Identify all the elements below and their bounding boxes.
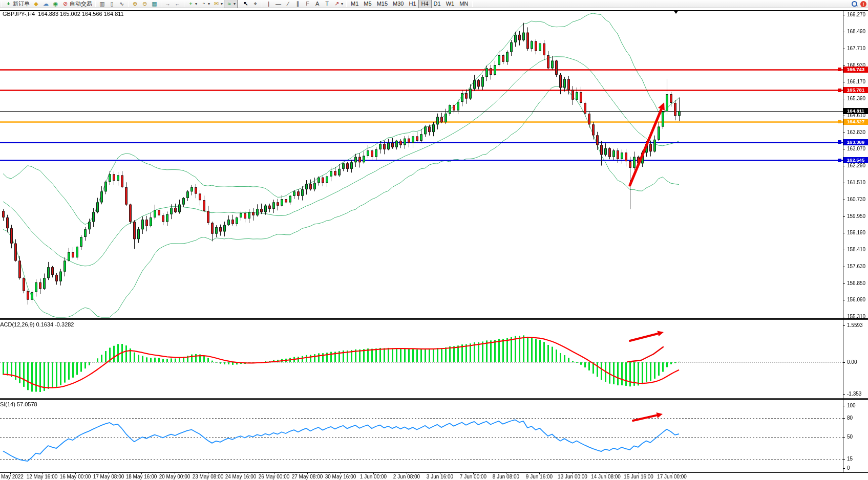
- price-tick-label[interactable]: 166.170: [847, 79, 865, 84]
- price-axis-line[interactable]: [843, 10, 843, 472]
- time-axis-label[interactable]: 27 May 08:00: [292, 474, 323, 479]
- trendline-icon: ∕: [285, 1, 291, 7]
- price-tick-label[interactable]: 163.830: [847, 129, 865, 135]
- chart-canvas[interactable]: [0, 0, 868, 480]
- vertical-line-button[interactable]: |: [264, 0, 273, 8]
- price-tick-label[interactable]: 159.950: [847, 213, 865, 219]
- macd-scale-label[interactable]: 1.5593: [847, 322, 863, 328]
- line-anchor-marker[interactable]: [838, 159, 841, 162]
- fibonacci-button[interactable]: F: [303, 0, 312, 8]
- rsi-scale-label[interactable]: 80: [847, 415, 853, 421]
- macd-label-wrap: MACD(12,26,9) 0.1634 -0.3282: [0, 321, 123, 329]
- price-tick-label[interactable]: 168.490: [847, 29, 865, 34]
- chevron-down-icon: ▾: [195, 2, 197, 6]
- market-watch-button[interactable]: ☁: [41, 0, 51, 8]
- chart-shift-marker-icon[interactable]: [673, 10, 679, 14]
- indicators-button[interactable]: ≈▾: [224, 0, 237, 8]
- time-axis-label[interactable]: 14 Jun 08:00: [591, 474, 621, 479]
- periods-button[interactable]: ◔▾: [199, 0, 211, 8]
- time-axis-label[interactable]: 15 Jun 16:00: [624, 474, 653, 479]
- time-axis-label[interactable]: 17 Jun 00:00: [657, 474, 687, 479]
- rsi-scale-label[interactable]: 15: [847, 456, 853, 462]
- price-line-chip: 164.327: [843, 119, 868, 125]
- macd-scale-label[interactable]: 0.00: [847, 359, 857, 365]
- rsi-scale-label[interactable]: 50: [847, 434, 853, 440]
- data-window-button[interactable]: ◉: [51, 0, 60, 8]
- timeframe-h1-button[interactable]: H1: [406, 0, 418, 8]
- timeframe-d1-button[interactable]: D1: [431, 0, 443, 8]
- search-icon[interactable]: [852, 1, 857, 7]
- text-label-button[interactable]: T: [322, 0, 332, 8]
- cursor-button[interactable]: ↖: [241, 0, 250, 8]
- rsi-scale-label[interactable]: 0: [847, 465, 850, 471]
- price-tick-label[interactable]: 159.190: [847, 230, 865, 235]
- price-tick-label[interactable]: 169.270: [847, 12, 865, 17]
- line-anchor-marker[interactable]: [838, 68, 841, 71]
- timeframe-h4-button[interactable]: H4: [419, 0, 431, 8]
- new-chart-button[interactable]: +▾: [186, 0, 199, 8]
- text-button[interactable]: A: [312, 0, 322, 8]
- time-axis-label[interactable]: 17 May 08:00: [93, 474, 124, 479]
- trendline-button[interactable]: ∕: [283, 0, 293, 8]
- price-tick-label[interactable]: 158.410: [847, 247, 865, 252]
- tile-windows-button[interactable]: ▦: [150, 0, 159, 8]
- price-tick-label[interactable]: 156.850: [847, 280, 865, 286]
- time-axis-label[interactable]: 7 Jun 00:00: [460, 474, 486, 479]
- time-axis-label[interactable]: 12 May 16:00: [27, 474, 58, 479]
- price-tick-label[interactable]: 161.510: [847, 180, 865, 185]
- macd-indicator-label: MACD(12,26,9) 0.1634 -0.3282: [0, 321, 74, 328]
- zoom-out-button[interactable]: ⊖: [140, 0, 150, 8]
- cursor-icon: ↖: [242, 1, 249, 7]
- time-axis-label[interactable]: 8 Jun 08:00: [493, 474, 519, 479]
- zoom-in-button[interactable]: ⊕: [130, 0, 140, 8]
- time-axis-label[interactable]: 18 May 16:00: [126, 474, 157, 479]
- crosshair-button[interactable]: ⌖: [250, 0, 260, 8]
- price-tick-label[interactable]: 157.630: [847, 264, 865, 269]
- time-axis-label[interactable]: 2 Jun 08:00: [393, 474, 420, 479]
- candlestick-chart-button[interactable]: ▯: [107, 0, 117, 8]
- line-anchor-marker[interactable]: [838, 89, 841, 92]
- time-axis-label[interactable]: 1 Jun 00:00: [360, 474, 387, 479]
- chevron-down-icon: ▾: [208, 2, 210, 6]
- chart-shift-button[interactable]: ←: [173, 0, 182, 8]
- timeframe-m1-button[interactable]: M1: [348, 0, 361, 8]
- time-axis-label[interactable]: May 2022: [1, 474, 24, 479]
- autotrading-button[interactable]: ⊘自动交易: [60, 0, 94, 8]
- time-axis-label[interactable]: 20 May 00:00: [159, 474, 190, 479]
- chart-profiles-button[interactable]: ◆: [31, 0, 41, 8]
- timeframe-m15-button[interactable]: M15: [374, 0, 390, 8]
- line-chart-button[interactable]: ∿: [117, 0, 126, 8]
- arrows-button[interactable]: ↗▾: [332, 0, 345, 8]
- new-order-button[interactable]: +新订单: [4, 0, 31, 8]
- price-tick-label[interactable]: 156.090: [847, 297, 865, 302]
- line-anchor-marker[interactable]: [838, 120, 841, 123]
- price-tick-label[interactable]: 167.710: [847, 46, 865, 51]
- time-axis-label[interactable]: 13 Jun 00:00: [558, 474, 587, 479]
- macd-scale-label[interactable]: -1.353: [847, 391, 861, 397]
- time-axis-label[interactable]: 9 Jun 16:00: [526, 474, 553, 479]
- rsi-scale-label[interactable]: 100: [847, 403, 856, 408]
- time-axis-label[interactable]: 26 May 00:00: [259, 474, 290, 479]
- community-icon[interactable]: !: [860, 1, 866, 7]
- timeframe-w1-button[interactable]: W1: [443, 0, 457, 8]
- time-axis-label[interactable]: 23 May 08:00: [193, 474, 224, 479]
- channel-button[interactable]: ∥: [293, 0, 303, 8]
- templates-button[interactable]: ✉▾: [211, 0, 224, 8]
- price-tick-label[interactable]: 163.070: [847, 146, 865, 151]
- timeframe-m30-button[interactable]: M30: [390, 0, 406, 8]
- price-tick-label[interactable]: 162.290: [847, 163, 865, 168]
- price-line-chip: 165.781: [843, 87, 868, 93]
- horizontal-line-button[interactable]: —: [273, 0, 283, 8]
- time-axis-label[interactable]: 3 Jun 16:00: [427, 474, 453, 479]
- timeframe-m5-button[interactable]: M5: [361, 0, 374, 8]
- price-tick-label[interactable]: 165.390: [847, 96, 865, 101]
- timeframe-mn-button[interactable]: MN: [457, 0, 471, 8]
- auto-scroll-button[interactable]: →: [163, 0, 173, 8]
- price-line-chip: 164.811: [843, 108, 868, 114]
- time-axis-label[interactable]: 16 May 00:00: [60, 474, 91, 479]
- bar-chart-button[interactable]: ▥: [97, 0, 107, 8]
- time-axis-label[interactable]: 24 May 16:00: [225, 474, 257, 479]
- time-axis-label[interactable]: 30 May 16:00: [325, 474, 356, 479]
- line-anchor-marker[interactable]: [838, 140, 841, 144]
- price-tick-label[interactable]: 160.730: [847, 197, 865, 202]
